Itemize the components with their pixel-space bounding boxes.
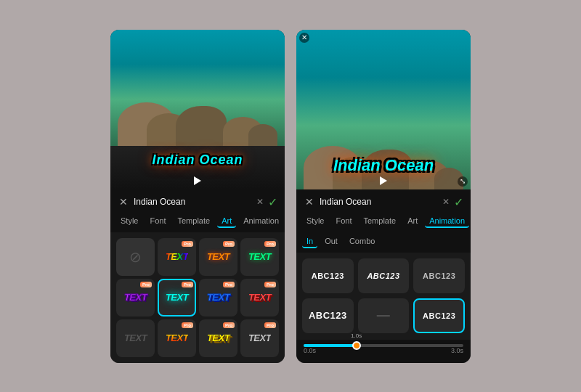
slider-labels: 0.0s 3.0s bbox=[304, 347, 463, 354]
left-video-text: Indian Ocean bbox=[110, 152, 285, 168]
left-tab-font[interactable]: Font bbox=[145, 215, 170, 228]
right-text-input[interactable] bbox=[320, 197, 438, 207]
no-style-icon: ⊘ bbox=[129, 248, 142, 266]
right-coral-bg: ✕ Indian Ocean ⤡ bbox=[296, 30, 471, 189]
anim-text-1: ABC123 bbox=[367, 271, 399, 280]
art-text-8: TEXT bbox=[124, 332, 147, 343]
pro-badge-1: Pro bbox=[182, 241, 193, 247]
art-item-none[interactable]: ⊘ bbox=[116, 238, 155, 276]
anim-text-5: ABC123 bbox=[423, 311, 455, 320]
anim-tab-in[interactable]: In bbox=[302, 235, 317, 248]
left-play-button[interactable] bbox=[194, 176, 201, 185]
slider-track[interactable]: 1.0s bbox=[304, 344, 463, 347]
anim-grid: ABC123 ABC123 ABC123 ABC123 — ABC123 bbox=[296, 253, 471, 340]
left-panel: Indian Ocean ✕ ✕ ✓ Style Font Template A… bbox=[110, 30, 285, 363]
pro-badge-3: Pro bbox=[264, 241, 276, 247]
art-text-3: TEXT bbox=[248, 251, 271, 262]
anim-item-3[interactable]: ABC123 bbox=[302, 298, 354, 333]
pro-badge-6: Pro bbox=[223, 282, 235, 287]
anim-text-3: ABC123 bbox=[309, 310, 347, 321]
left-confirm-button[interactable]: ✓ bbox=[268, 195, 277, 209]
slider-thumb[interactable] bbox=[352, 341, 361, 350]
slider-min-label: 0.0s bbox=[304, 347, 316, 354]
art-item-7[interactable]: Pro TEXT bbox=[240, 279, 279, 317]
art-item-9[interactable]: Pro TEXT bbox=[158, 319, 196, 357]
art-item-11[interactable]: Pro TEXT bbox=[240, 319, 279, 357]
left-coral-bg bbox=[110, 30, 285, 146]
right-clear-button[interactable]: ✕ bbox=[442, 197, 450, 207]
right-video-preview: ✕ Indian Ocean ⤡ bbox=[296, 30, 471, 189]
right-tab-animation[interactable]: Animation bbox=[425, 215, 469, 228]
anim-item-5-selected[interactable]: ABC123 bbox=[413, 298, 465, 333]
right-close-button[interactable]: ✕ bbox=[304, 196, 315, 208]
pro-badge-4: Pro bbox=[140, 282, 152, 287]
left-text-input[interactable] bbox=[134, 197, 252, 207]
right-play-icon bbox=[380, 176, 387, 185]
anim-item-0[interactable]: ABC123 bbox=[302, 258, 354, 293]
art-item-6[interactable]: Pro TEXT bbox=[199, 279, 237, 317]
left-tab-animation[interactable]: Animation bbox=[239, 215, 283, 228]
right-video-expand[interactable]: ⤡ bbox=[458, 176, 468, 187]
pro-badge-11: Pro bbox=[264, 322, 276, 328]
art-text-9: TEXT bbox=[166, 332, 188, 343]
right-video-text: Indian Ocean bbox=[296, 156, 471, 175]
left-clear-button[interactable]: ✕ bbox=[256, 197, 264, 207]
play-icon bbox=[194, 176, 201, 185]
art-text-7: TEXT bbox=[248, 292, 271, 303]
art-item-5-selected[interactable]: Pro TEXT bbox=[158, 279, 196, 317]
right-tab-art[interactable]: Art bbox=[403, 215, 422, 228]
left-close-button[interactable]: ✕ bbox=[118, 196, 129, 208]
anim-text-2: ABC123 bbox=[423, 271, 455, 280]
coral-shape-5 bbox=[248, 124, 277, 146]
anim-item-1[interactable]: ABC123 bbox=[358, 258, 410, 293]
art-text-11: TEXT bbox=[248, 332, 271, 343]
slider-max-label: 3.0s bbox=[451, 347, 463, 354]
anim-item-4[interactable]: — bbox=[358, 298, 410, 333]
art-item-2[interactable]: Pro TEXT bbox=[199, 238, 237, 276]
art-text-6: TEXT bbox=[207, 292, 229, 303]
pro-badge-5: Pro bbox=[182, 282, 193, 287]
art-item-10[interactable]: Pro TEXT bbox=[199, 319, 237, 357]
slider-fill bbox=[304, 344, 357, 347]
pro-badge-7: Pro bbox=[264, 282, 276, 287]
art-item-3[interactable]: Pro TEXT bbox=[240, 238, 279, 276]
anim-text-4: — bbox=[377, 308, 391, 323]
pro-badge-2: Pro bbox=[223, 241, 235, 247]
art-text-5: TEXT bbox=[166, 292, 188, 303]
art-text-1: TEXT bbox=[166, 251, 188, 262]
anim-tabs-row: In Out Combo bbox=[296, 232, 471, 253]
panels-container: Indian Ocean ✕ ✕ ✓ Style Font Template A… bbox=[110, 30, 471, 363]
right-tab-template[interactable]: Template bbox=[359, 215, 400, 228]
right-play-button[interactable] bbox=[380, 176, 387, 185]
art-item-1[interactable]: Pro TEXT bbox=[158, 238, 196, 276]
art-text-10: TEXT bbox=[207, 332, 229, 343]
slider-area: 1.0s 0.0s 3.0s bbox=[296, 340, 471, 363]
left-editor-bar: ✕ ✕ ✓ bbox=[110, 189, 285, 215]
right-tab-font[interactable]: Font bbox=[331, 215, 356, 228]
coral-shape-3 bbox=[176, 106, 227, 146]
right-editor-bar: ✕ ✕ ✓ bbox=[296, 189, 471, 215]
slider-current-label: 1.0s bbox=[351, 332, 362, 339]
right-confirm-button[interactable]: ✓ bbox=[454, 195, 463, 209]
right-tab-style[interactable]: Style bbox=[302, 215, 328, 228]
anim-tab-combo[interactable]: Combo bbox=[345, 235, 379, 248]
left-tab-template[interactable]: Template bbox=[173, 215, 214, 228]
anim-text-0: ABC123 bbox=[312, 271, 344, 280]
pro-badge-10: Pro bbox=[223, 322, 235, 328]
left-video-preview: Indian Ocean bbox=[110, 30, 285, 189]
left-art-grid: ⊘ Pro TEXT Pro TEXT Pro TEXT Pro TEXT Pr… bbox=[110, 232, 285, 363]
art-text-4: TEXT bbox=[124, 292, 147, 303]
art-item-8[interactable]: TEXT bbox=[116, 319, 155, 357]
anim-tab-out[interactable]: Out bbox=[320, 235, 342, 248]
art-item-4[interactable]: Pro TEXT bbox=[116, 279, 155, 317]
left-tab-style[interactable]: Style bbox=[116, 215, 142, 228]
art-text-2: TEXT bbox=[207, 251, 229, 262]
anim-item-2[interactable]: ABC123 bbox=[413, 258, 465, 293]
left-tabs-row: Style Font Template Art Animation bbox=[110, 215, 285, 232]
right-video-close[interactable]: ✕ bbox=[299, 33, 309, 43]
left-tab-art[interactable]: Art bbox=[217, 215, 236, 228]
pro-badge-9: Pro bbox=[182, 322, 193, 328]
right-panel: ✕ Indian Ocean ⤡ ✕ ✕ ✓ Style Font Templa… bbox=[296, 30, 471, 363]
right-tabs-row: Style Font Template Art Animation bbox=[296, 215, 471, 232]
